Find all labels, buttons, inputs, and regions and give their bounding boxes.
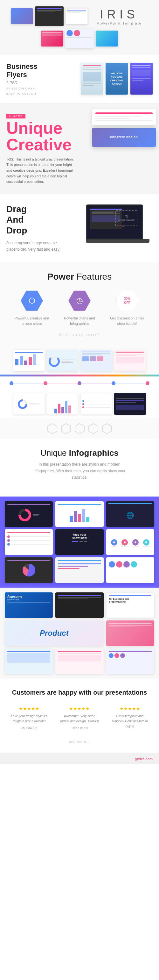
line-4 — [115, 383, 146, 383]
infographics-slides-row — [0, 390, 159, 418]
showcase-slide-1 — [13, 350, 45, 371]
svg-marker-0 — [48, 423, 57, 434]
hex-rings-row — [0, 418, 159, 439]
review-stars-2: ★★★★★ — [60, 706, 99, 711]
purple-slide-2 — [55, 501, 103, 527]
chart-icon: ◷ — [76, 296, 83, 305]
review-author-1: churl#4302 — [9, 727, 49, 730]
flyers-section: BusinessFlyers 2 PSD A4 300 DPI CMYK EAS… — [0, 55, 159, 103]
creative-badge: & MORE — [6, 114, 25, 118]
product-big-slide: Product — [5, 620, 104, 646]
flyers-tags-2: EASY TO CUSTOM — [6, 92, 74, 95]
features-title: Power Features — [6, 272, 153, 282]
purple-slides-section: 🌐 — [0, 496, 159, 588]
review-card-2: ★★★★★ Awesome!! Very clean format and de… — [57, 703, 102, 735]
purple-slide-9 — [106, 557, 154, 583]
flyers-left: BusinessFlyers 2 PSD A4 300 DPI CMYK EAS… — [6, 62, 74, 95]
drag-drop-section: DragAndDrop Just drag your image onto th… — [0, 194, 159, 262]
slides-row-left — [11, 6, 88, 26]
slide-preview-5 — [65, 29, 94, 48]
line-3 — [82, 383, 112, 383]
product-slide-3: for business andpresentations — [106, 592, 154, 618]
product-label-1: Awesome — [7, 595, 50, 598]
feature-item-1: ⬡ Powerful, creative and unique slides — [11, 290, 52, 326]
flyers-title: BusinessFlyers — [6, 62, 74, 79]
purple-slide-3: 🌐 — [106, 501, 154, 527]
creative-line2: Creative — [6, 135, 72, 154]
arrow-down-icon: ↓ — [121, 221, 124, 229]
product-slide-4 — [106, 620, 154, 646]
slide-preview-1 — [11, 8, 33, 24]
flyers-psd: 2 PSD — [6, 81, 74, 85]
creative-slide-1 — [92, 109, 156, 125]
creative-slides: CREATIVE DESIGN — [92, 109, 156, 147]
hex-outline-1 — [47, 423, 58, 434]
hex-outline-3 — [74, 423, 85, 434]
review-text-2: Awesome!! Very clean format and design. … — [60, 714, 99, 724]
image-icon: ⊞ — [124, 214, 128, 219]
drag-title: DragAndDrop — [6, 204, 76, 236]
iris-title-area: IRIS PowerPoint Template — [90, 8, 148, 25]
product-sublabel-1: gallery slide — [7, 598, 50, 601]
creative-line1: Unique — [6, 119, 62, 137]
features-grid: ⬡ Powerful, creative and unique slides ◷… — [6, 290, 153, 326]
flyers-tags: A4 300 DPI CMYK — [6, 87, 74, 90]
drag-description: Just drag your image onto the placeholde… — [6, 240, 76, 253]
infographics-title: Unique Infographics — [6, 448, 153, 458]
hexagon-1: ⬡ — [20, 290, 43, 312]
svg-marker-4 — [102, 423, 112, 434]
drag-right: ⊞ YOUR IMAGE ↓ — [83, 204, 153, 252]
iris-subtitle: PowerPoint Template — [97, 21, 142, 25]
feature-item-3: 30%OFF Get discount on entire shop bundl… — [107, 290, 148, 326]
hexagon-3: 30%OFF — [116, 290, 139, 312]
dot-1 — [9, 381, 13, 385]
creative-section: & MORE Unique Creative IRIS: This is not… — [0, 103, 159, 194]
product-slide-5 — [5, 648, 53, 674]
product-big-label: Product — [40, 629, 69, 638]
reviews-grid: ★★★★★ Love your design style it's tough … — [6, 703, 153, 735]
review-text-1: Love your design style it's tough to pic… — [9, 714, 49, 724]
hex-outline-2 — [60, 423, 72, 434]
purple-slide-8 — [55, 557, 103, 583]
watermark: gfxtra.com — [0, 753, 159, 764]
line-1 — [13, 383, 44, 383]
layers-icon: ⬡ — [28, 296, 35, 305]
infog-slide-4 — [114, 393, 146, 415]
feature-desc-3: Get discount on entire shop bundle! — [107, 316, 148, 326]
review-author-2: Trece Items — [60, 727, 99, 730]
review-stars-1: ★★★★★ — [9, 706, 49, 711]
line-2 — [47, 383, 77, 383]
review-stars-3: ★★★★★ — [110, 706, 150, 711]
hexagon-2: ◷ — [68, 290, 91, 312]
feature-desc-2: Powerful charts and Infographics — [59, 316, 100, 326]
flyers-right: WE LOVEYOU ANDCREATIVEDESIGN — [81, 63, 153, 95]
creative-slide-2: CREATIVE DESIGN — [92, 128, 156, 147]
drag-left: DragAndDrop Just drag your image onto th… — [6, 204, 76, 253]
flyers-tag-1: A4 300 DPI CMYK — [6, 87, 35, 90]
product-slide-2 — [55, 592, 103, 618]
discount-icon: 30%OFF — [124, 296, 131, 305]
flyer-card-2: WE LOVEYOU ANDCREATIVEDESIGN — [105, 63, 128, 95]
purple-slide-4 — [5, 529, 53, 555]
product-slides-section: Awesome gallery slide for business andpr… — [0, 588, 159, 679]
customers-section: Customers are happy with our presentatio… — [0, 679, 159, 753]
your-image-placeholder: ⊞ YOUR IMAGE — [115, 210, 137, 226]
feature-desc-1: Powerful, creative and unique slides — [11, 316, 52, 326]
review-card-3: ★★★★★ Great template and support!! Don't… — [107, 703, 153, 735]
creative-description: IRIS: This is not a typical gray present… — [6, 157, 76, 185]
purple-slide-6 — [106, 529, 154, 555]
features-section: Power Features ⬡ Powerful, creative and … — [0, 262, 159, 347]
cs-text: CREATIVE DESIGN — [110, 136, 138, 138]
slides-showcase-1 — [0, 347, 159, 375]
review-card-1: ★★★★★ Love your design style it's tough … — [6, 703, 52, 735]
infog-slide-3 — [80, 393, 112, 415]
dot-5 — [146, 381, 150, 385]
product-slide-1: Awesome gallery slide — [5, 592, 53, 618]
product-slide-7 — [106, 648, 154, 674]
your-image-label: YOUR IMAGE — [118, 219, 135, 222]
hero-section: IRIS PowerPoint Template — [0, 0, 159, 55]
purple-slide-1 — [5, 501, 53, 527]
laptop-container: ⊞ YOUR IMAGE ↓ — [86, 204, 150, 252]
showcase-slide-4 — [114, 350, 146, 371]
hex-outline-4 — [88, 423, 99, 434]
